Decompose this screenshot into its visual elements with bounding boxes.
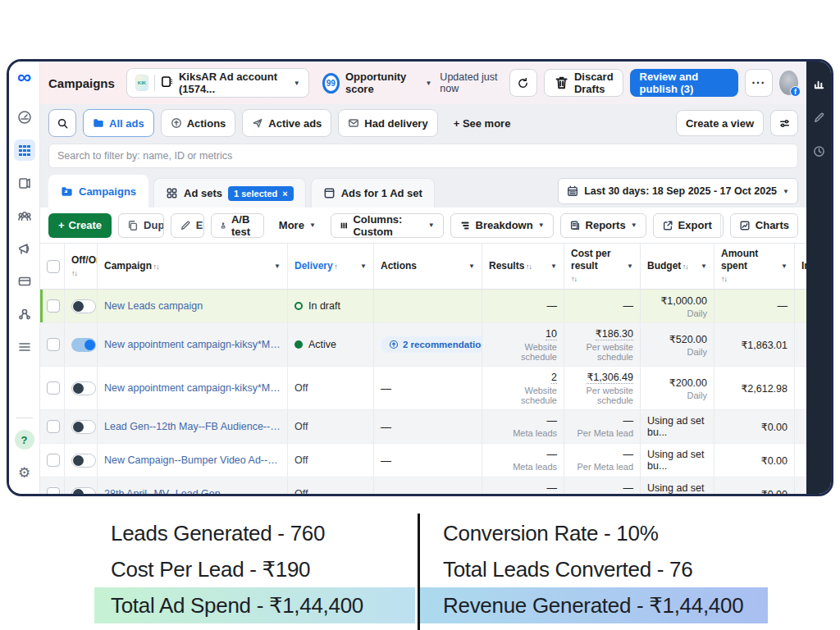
campaign-name-link[interactable]: New Leads campaign bbox=[104, 300, 281, 312]
review-and-publish-button[interactable]: Review and publish (3) bbox=[630, 69, 738, 97]
row-checkbox[interactable] bbox=[47, 454, 60, 467]
edit-pencil-icon[interactable] bbox=[813, 112, 825, 124]
chevron-down-icon[interactable]: ▼ bbox=[360, 262, 367, 270]
column-header[interactable]: Off/On ↑↓ bbox=[65, 244, 98, 289]
tab-ad-sets[interactable]: Ad sets 1 selected × bbox=[153, 178, 306, 208]
tab-ads[interactable]: Ads for 1 Ad set bbox=[311, 178, 435, 208]
ab-test-button[interactable]: A/B test bbox=[211, 213, 264, 238]
sort-icon[interactable]: ↑↓ bbox=[721, 275, 727, 283]
sort-icon[interactable]: ↑↓ bbox=[524, 262, 532, 271]
sort-icon[interactable]: ↑ bbox=[333, 262, 337, 271]
insights-chart-icon[interactable] bbox=[813, 78, 825, 90]
column-header[interactable]: Cost per result ↑↓▼ bbox=[564, 244, 641, 289]
chevron-down-icon[interactable]: ▼ bbox=[781, 262, 788, 270]
columns-button[interactable]: Columns: Custom ▼ bbox=[331, 213, 444, 238]
pages-icon[interactable] bbox=[14, 172, 35, 194]
top-header: Campaigns KIK KiksAR Ad account (1574...… bbox=[40, 62, 806, 104]
more-options-button[interactable]: ··· bbox=[745, 69, 773, 97]
filter-chip-actions[interactable]: Actions bbox=[161, 109, 236, 137]
avatar[interactable]: f bbox=[779, 71, 798, 95]
charts-button[interactable]: Charts bbox=[730, 213, 798, 238]
selected-count-badge: 1 selected × bbox=[228, 186, 294, 201]
recommendations-link[interactable]: 2 recommendations bbox=[381, 336, 482, 353]
delivery-status: Active bbox=[294, 339, 367, 350]
chevron-down-icon: ▼ bbox=[538, 221, 545, 229]
all-tools-icon[interactable] bbox=[14, 336, 35, 358]
create-button[interactable]: + Create bbox=[48, 213, 112, 238]
campaign-toggle[interactable] bbox=[71, 299, 96, 313]
billing-icon[interactable] bbox=[14, 271, 35, 292]
filter-chip-had-delivery[interactable]: Had delivery bbox=[338, 109, 437, 137]
campaign-name-link[interactable]: 28th April--MV--Lead Gen. bbox=[104, 488, 281, 494]
ad-account-selector[interactable]: KIK KiksAR Ad account (1574... ▼ bbox=[126, 68, 309, 98]
table-row: New Leads campaignIn draft——₹1,000.00Dai… bbox=[40, 290, 806, 323]
discard-drafts-button[interactable]: Discard Drafts bbox=[544, 69, 623, 97]
summary-panel: Leads Generated - 760 Cost Per Lead - ₹1… bbox=[0, 512, 840, 630]
view-settings-button[interactable] bbox=[770, 110, 798, 136]
row-checkbox[interactable] bbox=[47, 487, 60, 494]
campaign-name-link[interactable]: New appointment campaign-kiksy*Multifly … bbox=[104, 339, 281, 350]
tab-campaigns[interactable]: Campaigns bbox=[48, 175, 148, 208]
audiences-icon[interactable] bbox=[14, 205, 35, 226]
column-header[interactable] bbox=[40, 244, 65, 289]
campaign-toggle[interactable] bbox=[71, 454, 96, 468]
date-range-selector[interactable]: Last 30 days: 18 Sep 2025 - 17 Oct 2025 … bbox=[558, 178, 798, 204]
filter-chip-active-ads[interactable]: Active ads bbox=[242, 109, 331, 137]
export-dropdown[interactable]: ▼ bbox=[720, 214, 724, 237]
folder-icon bbox=[93, 117, 104, 129]
column-header[interactable]: Delivery ↑▼ bbox=[288, 244, 374, 289]
breakdown-icon bbox=[459, 220, 471, 231]
column-header[interactable]: Im bbox=[795, 244, 806, 289]
column-header[interactable]: Campaign ↑↓▼ bbox=[98, 244, 288, 289]
row-checkbox[interactable] bbox=[47, 381, 60, 395]
campaign-toggle[interactable] bbox=[71, 487, 96, 495]
row-checkbox[interactable] bbox=[47, 338, 60, 351]
history-clock-icon[interactable] bbox=[813, 145, 825, 158]
meta-logo-icon[interactable]: ∞ bbox=[17, 68, 31, 86]
sort-icon[interactable]: ↑↓ bbox=[71, 269, 77, 277]
breakdown-button[interactable]: Breakdown ▼ bbox=[450, 213, 554, 238]
see-more-filters[interactable]: + See more bbox=[445, 109, 520, 137]
clear-selection-icon[interactable]: × bbox=[282, 189, 287, 199]
campaign-toggle[interactable] bbox=[71, 420, 96, 434]
chevron-down-icon[interactable]: ▼ bbox=[274, 262, 281, 270]
results-cell: — bbox=[482, 290, 564, 322]
row-checkbox[interactable] bbox=[47, 420, 60, 433]
edit-button[interactable]: Edit bbox=[171, 214, 204, 237]
refresh-button[interactable] bbox=[509, 69, 537, 97]
campaigns-nav-icon[interactable] bbox=[14, 139, 35, 161]
settings-gear-icon[interactable]: ⚙ bbox=[14, 462, 35, 483]
account-overview-icon[interactable] bbox=[14, 107, 35, 128]
filter-chip-all-ads[interactable]: All ads bbox=[83, 109, 154, 137]
reports-button[interactable]: Reports ▼ bbox=[560, 213, 646, 238]
chevron-down-icon[interactable]: ▼ bbox=[701, 262, 707, 270]
export-button[interactable]: Export bbox=[654, 214, 720, 237]
search-input[interactable] bbox=[48, 144, 798, 168]
column-header[interactable]: Actions▼ bbox=[374, 244, 482, 289]
more-button[interactable]: More ▼ bbox=[271, 213, 324, 238]
chevron-down-icon[interactable]: ▼ bbox=[468, 262, 475, 270]
column-header[interactable]: Budget ↑↓▼ bbox=[641, 244, 714, 289]
select-all-checkbox[interactable] bbox=[47, 260, 60, 273]
events-manager-icon[interactable] bbox=[14, 304, 35, 325]
create-a-view-button[interactable]: Create a view bbox=[676, 110, 764, 136]
campaign-name-link[interactable]: New appointment campaign-kiksy*Multifly bbox=[104, 382, 281, 394]
sort-icon[interactable]: ↑↓ bbox=[152, 262, 159, 271]
sort-icon[interactable]: ↑↓ bbox=[681, 262, 688, 271]
calendar-icon bbox=[567, 185, 578, 197]
opportunity-score[interactable]: 99 Opportunity score ▼ bbox=[322, 71, 432, 95]
campaign-toggle[interactable] bbox=[71, 381, 96, 395]
search-button[interactable] bbox=[48, 109, 76, 137]
row-checkbox[interactable] bbox=[47, 299, 60, 313]
help-icon[interactable]: ? bbox=[14, 429, 35, 450]
duplicate-button[interactable]: Duplicate bbox=[119, 214, 164, 237]
campaign-name-link[interactable]: New Campaign--Bumper Video Ad--MV--29t..… bbox=[104, 454, 281, 466]
campaign-name-link[interactable]: Lead Gen--12th May--FB Audience--MV bbox=[104, 421, 281, 432]
campaign-toggle[interactable] bbox=[71, 338, 96, 352]
column-header[interactable]: Results ↑↓▼ bbox=[482, 244, 564, 289]
sort-icon[interactable]: ↑↓ bbox=[571, 275, 577, 283]
ads-megaphone-icon[interactable] bbox=[14, 238, 35, 259]
column-header[interactable]: Amount spent ↑↓▼ bbox=[714, 244, 795, 289]
chevron-down-icon[interactable]: ▼ bbox=[627, 262, 633, 270]
chevron-down-icon[interactable]: ▼ bbox=[550, 262, 557, 270]
